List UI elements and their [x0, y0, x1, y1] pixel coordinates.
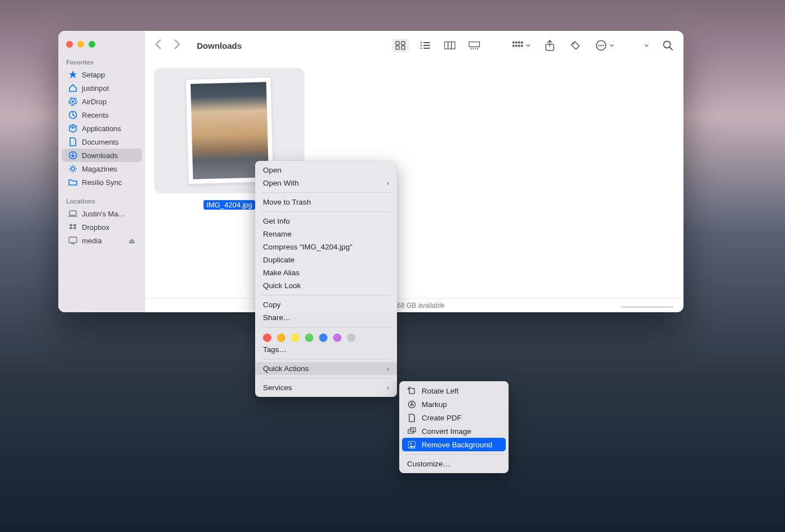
- sidebar-item-label: AirDrop: [82, 98, 107, 106]
- menu-separator: [406, 454, 502, 455]
- svg-rect-20: [445, 42, 455, 49]
- svg-rect-15: [423, 42, 430, 43]
- sidebar-item-airdrop[interactable]: AirDrop: [62, 95, 142, 108]
- sidebar-item-dropbox[interactable]: Dropbox: [62, 220, 142, 234]
- sidebar-item-resilio-sync[interactable]: Resilio Sync: [62, 175, 142, 189]
- dropbox-icon: [68, 223, 77, 232]
- sidebar-item-justin-s-ma-[interactable]: Justin's Ma…: [62, 207, 142, 220]
- sidebar-locations-heading: Locations: [58, 195, 145, 207]
- svg-rect-47: [410, 427, 415, 432]
- zoom-slider[interactable]: [621, 302, 677, 311]
- menu-item-compress-img-4204-jpg[interactable]: Compress "IMG_4204.jpg": [255, 240, 397, 253]
- action-menu-button[interactable]: [594, 39, 614, 52]
- menu-item-tags[interactable]: Tags…: [255, 343, 397, 356]
- sidebar-item-recents[interactable]: Recents: [62, 108, 142, 122]
- maximize-window-button[interactable]: [89, 41, 95, 48]
- sidebar-item-label: Dropbox: [82, 223, 109, 232]
- finder-sidebar: Favorites SetappjustinpotAirDropRecentsA…: [58, 31, 145, 312]
- submenu-item-markup[interactable]: Markup: [399, 397, 509, 411]
- svg-rect-44: [409, 388, 414, 393]
- svg-rect-13: [401, 46, 405, 49]
- eject-icon[interactable]: ⏏: [128, 237, 135, 245]
- menu-item-label: Services: [263, 383, 292, 392]
- menu-item-label: Open With: [263, 179, 299, 187]
- sidebar-item-label: Recents: [82, 111, 109, 119]
- svg-rect-6: [70, 211, 76, 215]
- menu-item-share[interactable]: Share…: [255, 311, 397, 324]
- svg-rect-8: [69, 237, 77, 243]
- finder-main-area: Downloads: [145, 31, 684, 312]
- menu-item-open-with[interactable]: Open With›: [255, 177, 397, 189]
- menu-item-label: Convert Image: [422, 427, 472, 436]
- menu-item-duplicate[interactable]: Duplicate: [255, 253, 397, 266]
- svg-point-27: [477, 48, 478, 49]
- nav-forward-button[interactable]: [173, 39, 181, 52]
- list-view-button[interactable]: [417, 39, 433, 52]
- menu-item-make-alias[interactable]: Make Alias: [255, 266, 397, 279]
- menu-item-get-info[interactable]: Get Info: [255, 215, 397, 228]
- context-menu: OpenOpen With›Move to TrashGet InfoRenam…: [255, 161, 397, 397]
- menu-separator: [262, 192, 390, 193]
- search-button[interactable]: [661, 39, 675, 52]
- menu-separator: [262, 327, 390, 327]
- menu-item-label: Open: [263, 166, 281, 174]
- window-traffic-lights: [58, 36, 145, 55]
- menu-item-label: Customize…: [407, 460, 450, 468]
- menu-item-quick-look[interactable]: Quick Look: [255, 279, 397, 292]
- submenu-chevron-icon: ›: [387, 179, 389, 187]
- close-window-button[interactable]: [66, 41, 73, 48]
- sidebar-item-downloads[interactable]: Downloads: [62, 149, 142, 162]
- group-by-button[interactable]: [511, 39, 530, 52]
- submenu-item-rotate-left[interactable]: Rotate Left: [399, 384, 509, 397]
- submenu-chevron-icon: ›: [387, 364, 389, 373]
- menu-item-label: Share…: [263, 313, 291, 322]
- svg-rect-31: [521, 41, 523, 44]
- menu-item-label: Rotate Left: [422, 387, 459, 395]
- sidebar-item-setapp[interactable]: Setapp: [62, 68, 142, 81]
- file-browser-content[interactable]: IMG_4204.jpg: [145, 60, 684, 298]
- nav-back-button[interactable]: [154, 39, 162, 52]
- airdrop-icon: [68, 97, 77, 106]
- menu-item-copy[interactable]: Copy: [255, 298, 397, 311]
- menu-item-label: Get Info: [263, 217, 290, 225]
- menu-item-quick-actions[interactable]: Quick Actions›: [255, 362, 397, 375]
- tag-color-dot[interactable]: [291, 334, 299, 342]
- menu-item-label: Move to Trash: [263, 198, 311, 206]
- menu-separator: [262, 211, 390, 212]
- tag-color-dot[interactable]: [305, 334, 313, 342]
- submenu-item-customize[interactable]: Customize…: [399, 457, 509, 470]
- sidebar-favorites-heading: Favorites: [58, 55, 145, 68]
- submenu-item-convert-image[interactable]: Convert Image: [399, 424, 509, 438]
- minimize-window-button[interactable]: [77, 41, 84, 48]
- menu-item-open[interactable]: Open: [255, 164, 397, 177]
- file-name-label[interactable]: IMG_4204.jpg: [204, 200, 255, 210]
- submenu-item-create-pdf[interactable]: Create PDF: [399, 411, 509, 424]
- svg-point-39: [598, 45, 600, 47]
- submenu-chevron-icon: ›: [387, 383, 389, 392]
- sidebar-item-documents[interactable]: Documents: [62, 135, 142, 149]
- tag-color-dot[interactable]: [347, 334, 355, 342]
- submenu-item-remove-background[interactable]: Remove Background: [402, 438, 506, 451]
- dropdown-button[interactable]: [626, 43, 649, 48]
- column-view-button[interactable]: [441, 39, 458, 52]
- gallery-view-button[interactable]: [466, 39, 483, 52]
- menu-item-move-to-trash[interactable]: Move to Trash: [255, 196, 397, 209]
- menu-item-services[interactable]: Services›: [255, 381, 397, 394]
- sidebar-item-media[interactable]: media⏏: [62, 234, 142, 247]
- icon-view-button[interactable]: [392, 39, 409, 52]
- menu-item-label: Compress "IMG_4204.jpg": [263, 243, 353, 251]
- share-button[interactable]: [543, 39, 556, 52]
- svg-point-24: [470, 48, 472, 49]
- sidebar-item-applications[interactable]: Applications: [62, 122, 142, 135]
- sidebar-item-justinpot[interactable]: justinpot: [62, 81, 142, 95]
- menu-item-rename[interactable]: Rename: [255, 228, 397, 240]
- sidebar-item-magazines[interactable]: Magazines: [62, 162, 142, 175]
- tag-color-dot[interactable]: [333, 334, 341, 342]
- tag-color-dot[interactable]: [263, 334, 271, 342]
- sidebar-item-label: Downloads: [82, 151, 118, 160]
- tags-button[interactable]: [569, 39, 582, 52]
- svg-rect-30: [518, 41, 520, 44]
- tag-color-dot[interactable]: [277, 334, 285, 342]
- tag-color-dot[interactable]: [319, 334, 327, 342]
- svg-rect-19: [423, 48, 430, 49]
